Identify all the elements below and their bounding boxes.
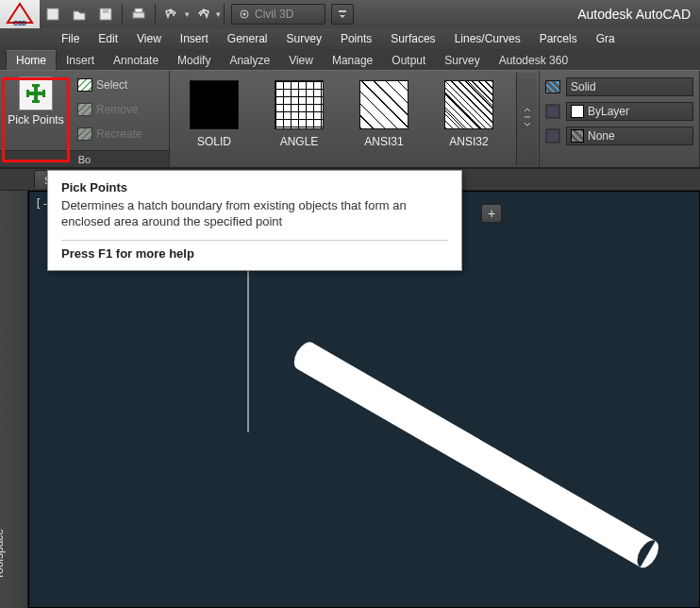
- pattern-ansi32[interactable]: ANSI32: [426, 73, 511, 165]
- tab-survey[interactable]: Survey: [435, 51, 489, 70]
- remove-button: Remove: [74, 99, 146, 120]
- menu-points[interactable]: Points: [331, 28, 381, 49]
- save-icon[interactable]: [94, 3, 117, 25]
- print-icon[interactable]: [127, 3, 150, 25]
- select-label: Select: [96, 78, 127, 92]
- tab-output[interactable]: Output: [382, 51, 435, 70]
- hatch-type-value: Solid: [571, 80, 596, 93]
- menu-survey[interactable]: Survey: [277, 28, 331, 49]
- pattern-angle[interactable]: ANGLE: [257, 73, 342, 165]
- svg-rect-16: [546, 105, 559, 118]
- tab-annotate[interactable]: Annotate: [104, 51, 168, 70]
- hatch-type-field[interactable]: Solid: [566, 77, 693, 96]
- color-swatch: [571, 105, 584, 118]
- menu-parcels[interactable]: Parcels: [530, 28, 587, 49]
- pattern-angle-swatch: [275, 80, 324, 129]
- pattern-gallery-expand[interactable]: [516, 73, 537, 165]
- highlight-box: [2, 77, 70, 162]
- pattern-ansi31-label: ANSI31: [364, 135, 403, 148]
- menu-general[interactable]: General: [218, 28, 277, 49]
- menu-trunc[interactable]: Gra: [587, 28, 625, 49]
- add-document-tab[interactable]: +: [481, 204, 502, 223]
- svg-rect-6: [135, 8, 142, 12]
- tab-modify[interactable]: Modify: [168, 51, 220, 70]
- svg-point-8: [243, 13, 246, 16]
- hatch-bg-field[interactable]: None: [566, 127, 693, 145]
- pattern-ansi32-label: ANSI32: [449, 135, 488, 148]
- menu-view[interactable]: View: [127, 28, 171, 49]
- panel-pattern: SOLID ANGLE ANSI31 ANSI32: [170, 71, 540, 167]
- ribbon-tabs: Home Insert Annotate Modify Analyze View…: [0, 49, 700, 70]
- none-swatch: [571, 129, 584, 143]
- qat-overflow-button[interactable]: [331, 4, 354, 25]
- pattern-solid-label: SOLID: [197, 135, 231, 148]
- ribbon: Pick Points Select Remove Recreate Bo: [0, 70, 700, 168]
- menu-bar: File Edit View Insert General Survey Poi…: [0, 28, 700, 49]
- undo-icon[interactable]: [160, 3, 183, 25]
- app-menu-button[interactable]: C3D: [0, 0, 40, 28]
- undo-dropdown-icon[interactable]: ▾: [185, 9, 190, 19]
- hatch-color-value: ByLayer: [588, 105, 629, 118]
- menu-edit[interactable]: Edit: [89, 28, 127, 49]
- pattern-ansi31[interactable]: ANSI31: [342, 73, 426, 165]
- svg-rect-4: [103, 8, 108, 13]
- menu-lines[interactable]: Lines/Curves: [445, 28, 530, 49]
- drawing-cylinder: [290, 339, 662, 572]
- recreate-button: Recreate: [74, 124, 146, 144]
- svg-rect-5: [133, 12, 144, 18]
- svg-rect-9: [339, 10, 346, 12]
- tooltip-help: Press F1 for more help: [61, 246, 448, 261]
- svg-rect-18: [297, 343, 656, 567]
- remove-label: Remove: [96, 103, 139, 116]
- hatch-color-icon: [543, 102, 562, 121]
- workspace-switcher[interactable]: Civil 3D: [231, 4, 325, 25]
- tab-home[interactable]: Home: [6, 50, 57, 70]
- pattern-solid[interactable]: SOLID: [172, 73, 257, 165]
- quick-access-toolbar: C3D ▾ ▾ Civil 3D Autodesk AutoCAD: [0, 0, 700, 28]
- pattern-angle-label: ANGLE: [280, 135, 319, 148]
- tab-autodesk360[interactable]: Autodesk 360: [490, 51, 577, 70]
- plus-icon: +: [488, 206, 495, 221]
- tab-manage[interactable]: Manage: [323, 51, 382, 70]
- tooltip-title: Pick Points: [61, 180, 448, 194]
- hatch-type-icon: [543, 77, 562, 96]
- open-icon[interactable]: [68, 3, 91, 25]
- select-icon: [77, 78, 92, 92]
- tooltip: Pick Points Determines a hatch boundary …: [47, 170, 462, 271]
- app-label: C3D: [13, 20, 26, 26]
- pattern-ansi32-swatch: [444, 80, 493, 129]
- menu-surfaces[interactable]: Surfaces: [381, 28, 444, 49]
- remove-icon: [77, 103, 92, 116]
- pattern-ansi31-swatch: [359, 80, 408, 129]
- redo-icon[interactable]: [192, 3, 214, 25]
- gear-icon: [238, 8, 251, 21]
- toolspace-label: Toolspace: [0, 529, 6, 580]
- menu-file[interactable]: File: [52, 28, 89, 49]
- workspace-label: Civil 3D: [255, 8, 293, 21]
- expand-icon: [523, 108, 532, 130]
- hatch-bg-icon: [543, 127, 562, 145]
- recreate-label: Recreate: [96, 127, 142, 141]
- app-title: Autodesk AutoCAD: [356, 7, 700, 22]
- tab-view[interactable]: View: [279, 51, 323, 70]
- svg-rect-2: [47, 8, 58, 20]
- tab-insert[interactable]: Insert: [57, 51, 104, 70]
- toolspace-panel[interactable]: Toolspace: [0, 191, 28, 608]
- tooltip-body: Determines a hatch boundary from existin…: [61, 198, 448, 230]
- panel-properties: Solid ByLayer None: [540, 71, 700, 167]
- redo-dropdown-icon[interactable]: ▾: [216, 9, 221, 19]
- menu-insert[interactable]: Insert: [171, 28, 218, 49]
- select-button[interactable]: Select: [74, 75, 146, 95]
- svg-rect-17: [546, 129, 559, 143]
- hatch-bg-value: None: [588, 129, 615, 143]
- pattern-solid-swatch: [190, 80, 239, 129]
- tab-analyze[interactable]: Analyze: [220, 51, 279, 70]
- hatch-color-field[interactable]: ByLayer: [566, 102, 693, 121]
- recreate-icon: [77, 127, 92, 141]
- new-icon[interactable]: [42, 3, 64, 25]
